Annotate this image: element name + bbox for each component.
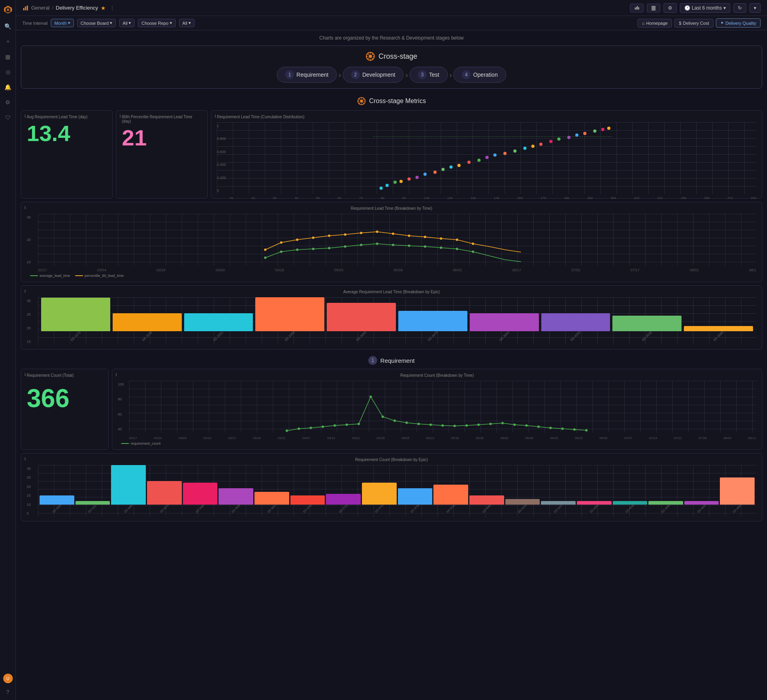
req-epic-bar xyxy=(577,501,612,505)
avg-lead-time-value: 13.4 xyxy=(27,122,107,145)
req-epic-bar-item: EE-3596 xyxy=(219,465,253,510)
req-epic-bar-item: EE-3736 xyxy=(398,465,433,510)
table-view-btn[interactable] xyxy=(647,4,660,12)
epic-bar xyxy=(41,298,110,331)
p80-lead-time-title: 80th Percentile Requirement Lead Time (d… xyxy=(122,115,202,123)
breakdown-chart-area: 302010 xyxy=(38,214,756,266)
stage-arrow-1: › xyxy=(338,70,341,80)
main-content: General / Delivery Efficiency ★ ⋮ ⚙ 🕐 La… xyxy=(16,0,767,700)
choose-repo-dropdown[interactable]: Choose Repo ▾ xyxy=(138,19,175,27)
quality-icon: ✦ xyxy=(720,20,724,26)
svg-point-95 xyxy=(561,428,564,430)
svg-point-54 xyxy=(424,245,426,248)
req-epic-bar-item: EE-4095 xyxy=(469,465,504,510)
req-epic-chart: 30252015105 EE-2505 EE-3337 EE-3460 EE-3… xyxy=(38,465,756,517)
req-epic-bar-item: EE-3663 xyxy=(254,465,289,510)
info-icon-6[interactable]: ℹ xyxy=(24,372,26,377)
svg-rect-5 xyxy=(637,6,638,10)
delivery-quality-label: Delivery Quality xyxy=(725,21,756,26)
info-icon-1[interactable]: ℹ xyxy=(24,114,26,118)
sidebar-bottom: U ? xyxy=(3,674,13,696)
req-epic-bar-item: EE-3740 xyxy=(433,465,468,510)
info-icon-4[interactable]: ℹ xyxy=(24,205,26,210)
table-icon xyxy=(651,6,656,10)
svg-point-94 xyxy=(549,427,552,429)
svg-rect-1 xyxy=(25,6,26,10)
epic-breakdown-card: ℹ Average Requirement Lead Time (Breakdo… xyxy=(21,285,762,350)
svg-point-70 xyxy=(456,239,458,241)
topbar-right: ⚙ 🕐 Last 6 months ▾ ↻ ▾ xyxy=(630,3,761,13)
delivery-cost-tab[interactable]: $ Delivery Cost xyxy=(674,19,713,28)
all-repo-dropdown[interactable]: All ▾ xyxy=(179,19,195,27)
stage-arrow-2: › xyxy=(405,70,408,80)
svg-point-57 xyxy=(472,251,474,253)
choose-board-dropdown[interactable]: Choose Board ▾ xyxy=(77,19,116,27)
app-logo[interactable] xyxy=(2,4,14,15)
more-btn[interactable]: ▾ xyxy=(749,3,761,13)
repo-chevron: ▾ xyxy=(170,20,172,26)
time-filter-chevron: ▾ xyxy=(723,5,726,11)
svg-rect-8 xyxy=(652,7,656,8)
shield-icon[interactable]: 🛡 xyxy=(4,113,12,121)
epic-bar xyxy=(184,313,253,331)
avatar[interactable]: U xyxy=(3,674,13,683)
breadcrumb-general: General xyxy=(31,5,50,11)
all1-chevron: ▾ xyxy=(129,20,131,26)
topbar-left: General / Delivery Efficiency ★ ⋮ xyxy=(22,4,627,12)
settings-btn[interactable]: ⚙ xyxy=(664,3,677,13)
share-icon[interactable]: ⋮ xyxy=(108,4,116,12)
time-filter-btn[interactable]: 🕐 Last 6 months ▾ xyxy=(680,3,730,13)
metrics-icon xyxy=(357,97,366,105)
stage-num-1: 1 xyxy=(285,70,294,79)
y-axis-req: 100806040 xyxy=(118,381,124,433)
cross-stage-title: Cross-stage xyxy=(28,52,755,61)
req-epic-bar xyxy=(111,465,146,505)
search-icon[interactable]: 🔍 xyxy=(4,22,12,30)
breakdown-time-card: ℹ Requirement Lead Time (Breakdown by Ti… xyxy=(21,202,762,282)
req-epic-bar xyxy=(541,501,576,505)
svg-point-64 xyxy=(360,232,362,234)
refresh-btn[interactable]: ↻ xyxy=(733,3,746,13)
info-icon-3[interactable]: ℹ xyxy=(215,114,216,118)
svg-point-36 xyxy=(557,137,560,141)
homepage-tab[interactable]: ⌂ Homepage xyxy=(638,19,672,28)
add-icon[interactable]: ＋ xyxy=(4,38,12,46)
svg-point-46 xyxy=(296,249,298,251)
filterbar-right: ⌂ Homepage $ Delivery Cost ✦ Delivery Qu… xyxy=(638,18,761,28)
svg-point-29 xyxy=(493,153,497,157)
info-icon-2[interactable]: ℹ xyxy=(119,114,121,118)
svg-point-58 xyxy=(264,249,266,251)
svg-point-42 xyxy=(607,127,610,130)
svg-point-22 xyxy=(433,171,437,174)
svg-point-97 xyxy=(585,429,588,432)
svg-rect-6 xyxy=(638,7,639,10)
month-dropdown[interactable]: Month ▾ xyxy=(51,19,74,27)
req-count-value: 366 xyxy=(27,386,103,411)
delivery-cost-label: Delivery Cost xyxy=(683,21,709,26)
legend-req-count: requirement_count xyxy=(121,441,161,445)
delivery-quality-tab[interactable]: ✦ Delivery Quality xyxy=(716,18,761,28)
epic-bar xyxy=(398,311,467,331)
grid-icon[interactable]: ▦ xyxy=(4,53,12,61)
svg-point-32 xyxy=(523,147,527,150)
info-icon-8[interactable]: ℹ xyxy=(24,457,26,461)
favorite-icon[interactable]: ★ xyxy=(101,5,106,11)
settings-icon[interactable]: ⚙ xyxy=(4,98,12,106)
help-icon[interactable]: ? xyxy=(4,688,12,696)
svg-point-52 xyxy=(392,244,394,246)
bell-icon[interactable]: 🔔 xyxy=(4,83,12,91)
breadcrumb-sep: / xyxy=(52,5,53,11)
target-icon[interactable]: ◎ xyxy=(4,68,12,76)
info-icon-5[interactable]: ℹ xyxy=(24,289,26,293)
svg-point-31 xyxy=(513,149,517,153)
requirement-row-1: ℹ Requirement Count (Total) 366 ℹ Requir… xyxy=(21,369,762,450)
svg-rect-9 xyxy=(652,8,656,9)
svg-point-33 xyxy=(531,145,535,148)
all-board-dropdown[interactable]: All ▾ xyxy=(119,19,135,27)
info-icon-7[interactable]: ℹ xyxy=(115,372,117,377)
svg-point-21 xyxy=(423,173,427,176)
chart-type-btn[interactable] xyxy=(630,4,644,12)
svg-point-19 xyxy=(407,177,411,181)
cross-stage-metrics-title: Cross-stage Metrics xyxy=(21,97,762,105)
req-epic-bar xyxy=(720,477,755,505)
